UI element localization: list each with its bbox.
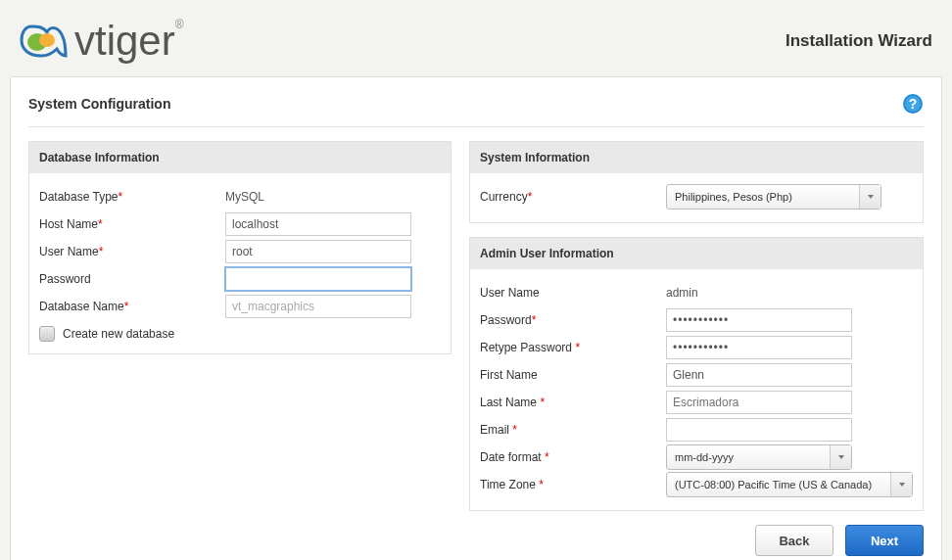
dateformat-select[interactable]: mm-dd-yyyy	[666, 444, 852, 470]
chevron-down-icon	[890, 473, 912, 496]
admin-lastname-label: Last Name *	[480, 396, 666, 409]
timezone-select[interactable]: (UTC-08:00) Pacific Time (US & Canada)	[666, 472, 913, 497]
brand-logo: vtiger®	[20, 18, 184, 65]
svg-text:?: ?	[909, 96, 918, 112]
admin-password-label: Password*	[480, 313, 666, 327]
back-button[interactable]: Back	[755, 525, 833, 556]
currency-label: Currency*	[480, 190, 666, 204]
admin-username-label: User Name	[480, 286, 666, 300]
create-db-checkbox[interactable]	[39, 326, 55, 342]
card-header: System Configuration ?	[28, 93, 924, 127]
admin-retype-input[interactable]	[666, 336, 852, 359]
help-icon[interactable]: ?	[902, 93, 924, 115]
page-header: vtiger® Installation Wizard	[0, 0, 952, 76]
admin-lastname-input[interactable]	[666, 391, 852, 414]
create-db-label: Create new database	[63, 327, 174, 341]
config-card: System Configuration ? Database Informat…	[10, 76, 942, 560]
page-title: System Configuration	[28, 96, 170, 112]
brand-text: vtiger®	[74, 18, 184, 65]
vtiger-logo-icon	[20, 23, 69, 60]
wizard-title: Installation Wizard	[785, 31, 932, 51]
db-type-label: Database Type*	[39, 190, 225, 204]
admin-email-input[interactable]	[666, 418, 852, 442]
admin-username-value: admin	[666, 286, 698, 300]
chevron-down-icon	[859, 185, 881, 209]
system-panel: System Information Currency* Philippines…	[469, 141, 924, 223]
db-type-value: MySQL	[225, 190, 264, 204]
system-panel-title: System Information	[470, 142, 923, 173]
db-name-input[interactable]	[225, 295, 411, 318]
db-name-label: Database Name*	[39, 300, 225, 313]
admin-dateformat-label: Date format *	[480, 450, 666, 464]
admin-retype-label: Retype Password *	[480, 341, 666, 354]
svg-point-1	[39, 33, 55, 47]
admin-panel: Admin User Information User Name admin P…	[469, 237, 924, 511]
currency-select[interactable]: Philippines, Pesos (Php)	[666, 184, 881, 210]
db-panel: Database Information Database Type* MySQ…	[28, 141, 452, 354]
db-host-input[interactable]	[225, 212, 411, 236]
db-host-label: Host Name*	[39, 217, 225, 231]
admin-firstname-input[interactable]	[666, 363, 852, 387]
admin-password-input[interactable]	[666, 308, 852, 332]
db-panel-title: Database Information	[29, 142, 451, 173]
chevron-down-icon	[830, 445, 851, 469]
footer-buttons: Back Next	[469, 525, 924, 556]
db-password-input[interactable]	[225, 267, 411, 291]
db-user-label: User Name*	[39, 245, 225, 258]
admin-panel-title: Admin User Information	[470, 238, 923, 269]
next-button[interactable]: Next	[845, 525, 924, 556]
admin-email-label: Email *	[480, 423, 666, 437]
db-user-input[interactable]	[225, 240, 411, 263]
db-password-label: Password	[39, 272, 225, 286]
admin-firstname-label: First Name	[480, 368, 666, 382]
admin-timezone-label: Time Zone *	[480, 478, 666, 491]
